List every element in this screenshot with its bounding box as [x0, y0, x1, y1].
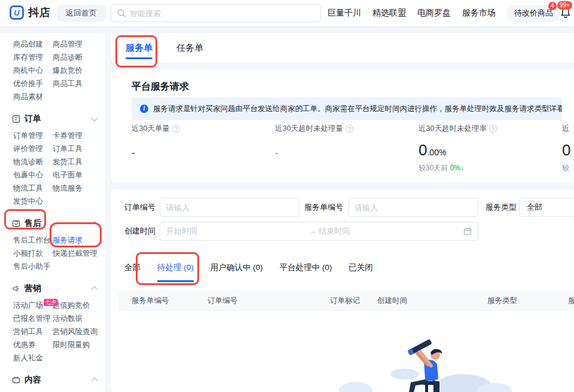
stat-30d-overdue-rate: 近30天超时未处理率? 0.00% 较30天前 0%↓	[419, 124, 497, 173]
sidebar-product-items: 商品创建 商品管理 库存管理 商品诊断 商机中心 爆款竞价 优价推手 商品工具 …	[0, 38, 105, 103]
help-icon[interactable]: ?	[172, 125, 180, 133]
empty-state-illustration	[338, 332, 517, 392]
service-type-label: 服务类型	[486, 198, 517, 217]
trend-down-arrow: ↓	[460, 164, 464, 172]
app-title: 抖店	[28, 5, 51, 20]
chevron-up-icon	[91, 221, 97, 228]
sidebar-item-order-manage[interactable]: 订单管理	[13, 129, 53, 142]
marketing-icon	[12, 284, 20, 293]
col-order-mark: 订单标记	[330, 290, 360, 311]
nav-link-luopan[interactable]: 电商罗盘	[417, 8, 451, 19]
date-range-input[interactable]: 开始时间 – 结束时间	[160, 222, 478, 241]
help-icon[interactable]: ?	[489, 125, 497, 133]
back-home-button[interactable]: 返回首页	[57, 5, 106, 22]
app-logo[interactable]: U 抖店	[10, 5, 51, 20]
sidebar-item-product-create[interactable]: 商品创建	[13, 38, 53, 51]
douyin-shop-logo-icon: U	[10, 5, 24, 20]
sidebar-item-product-manage[interactable]: 商品管理	[53, 38, 105, 51]
sidebar-item-biz-center[interactable]: 商机中心	[13, 64, 53, 77]
sidebar-item-hot-bid[interactable]: 爆款竞价	[53, 64, 105, 77]
status-tab-user-confirm[interactable]: 用户确认中 (0)	[210, 262, 263, 282]
section-title: 订单	[25, 114, 41, 124]
search-input[interactable]	[130, 9, 315, 18]
sidebar-aftersale-items: 售后工作台 服务请求 小额打款 快递拦截管理 售后小助手	[0, 234, 105, 273]
main-tabs-panel: 服务单 任务单	[111, 33, 574, 63]
sidebar-item-stock[interactable]: 库存管理	[13, 51, 53, 64]
sidebar-item-coupon-manage[interactable]: 卡券管理	[53, 129, 105, 142]
status-tabs: 全部 待处理 (0) 用户确认中 (0) 平台处理中 (0) 已关闭	[124, 262, 373, 282]
sidebar-item-marketing-tools[interactable]: 营销工具	[13, 325, 53, 338]
service-no-input[interactable]	[348, 198, 478, 217]
sidebar-item-review-manage[interactable]: 评价管理	[13, 142, 53, 155]
tab-service-order[interactable]: 服务单	[126, 33, 152, 63]
sidebar-item-diagnose[interactable]: 商品诊断	[53, 51, 105, 64]
sidebar-item-aftersale-assistant[interactable]: 售后小助手	[13, 260, 53, 273]
range-separator: –	[311, 227, 315, 236]
sidebar-item-risk-query[interactable]: 营销风险查询	[53, 325, 105, 338]
service-type-select[interactable]: 全部	[519, 198, 574, 217]
col-create-time: 创建时间	[377, 290, 407, 311]
sidebar-item-price-helper[interactable]: 优价推手	[13, 77, 53, 90]
sidebar-item-package-center[interactable]: 包裹中心	[13, 169, 53, 182]
sidebar-order-items: 订单管理 卡券管理 评价管理 订单工具 物流诊断 发货工具 包裹中心 电子面单 …	[0, 129, 105, 208]
sidebar-item-activity-square[interactable]: 活动广场七夕	[13, 299, 53, 312]
notification-badge: 99+	[557, 1, 572, 10]
sidebar-item-logistics-diagnose[interactable]: 物流诊断	[13, 155, 53, 169]
search-icon	[117, 9, 126, 17]
sidebar-item-product-tools[interactable]: 商品工具	[53, 77, 105, 90]
col-service-type: 服务类型	[487, 290, 517, 311]
order-no-input[interactable]	[160, 198, 300, 217]
order-icon	[12, 115, 20, 123]
end-time-placeholder[interactable]: 结束时间	[319, 226, 460, 237]
status-tab-closed[interactable]: 已关闭	[349, 262, 373, 282]
sidebar-item-ship-center[interactable]: 发货中心	[13, 195, 53, 208]
nav-link-jingxuan[interactable]: 精选联盟	[373, 8, 406, 19]
help-icon[interactable]: ?	[346, 125, 353, 133]
sidebar-section-marketing[interactable]: 营销	[0, 281, 105, 296]
sidebar-item-e-waybill[interactable]: 电子面单	[53, 169, 105, 182]
qixi-badge: 七夕	[44, 299, 58, 306]
info-banner: i 服务请求是针对买家问题由平台发送给商家的工单。商家需在平台规定时间内进行操作…	[132, 97, 562, 120]
sidebar-item-service-request[interactable]: 服务请求	[53, 234, 105, 247]
sidebar-item-newcomer-gift[interactable]: 新人礼金	[13, 351, 53, 365]
sidebar-item-activity-data[interactable]: 活动数据	[53, 312, 105, 325]
sidebar-item-logistics-service[interactable]: 物流服务	[53, 182, 105, 195]
stat-value: -	[275, 147, 353, 159]
service-no-label: 服务单编号	[304, 198, 343, 217]
sidebar-marketing-items: 活动广场七夕 超值购竞价 已报名管理 活动数据 营销工具 营销风险查询 优惠券 …	[0, 299, 105, 365]
sidebar-item-aftersale-workbench[interactable]: 售后工作台	[13, 234, 53, 247]
calendar-icon	[463, 227, 472, 235]
nav-link-juliang[interactable]: 巨量千川	[328, 8, 361, 19]
status-tab-all[interactable]: 全部	[124, 262, 141, 282]
sidebar-section-order[interactable]: 订单	[0, 111, 105, 127]
sidebar-item-logistics-tools[interactable]: 物流工具	[13, 182, 53, 195]
chevron-up-icon	[91, 286, 97, 293]
sidebar-item-value-bid[interactable]: 超值购竞价	[53, 299, 105, 312]
status-tab-platform-processing[interactable]: 平台处理中 (0)	[280, 262, 332, 282]
sidebar-item-small-refund[interactable]: 小额打款	[13, 247, 53, 260]
status-tab-pending[interactable]: 待处理 (0)	[157, 262, 194, 282]
section-title: 售后	[25, 218, 41, 229]
sidebar-item-intercept-manage[interactable]: 快递拦截管理	[53, 247, 105, 260]
sidebar-item-order-tools[interactable]: 订单工具	[53, 142, 105, 155]
sidebar-item-flash-sale[interactable]: 限时限量购	[53, 338, 105, 351]
start-time-placeholder[interactable]: 开始时间	[166, 226, 307, 237]
sidebar-section-content[interactable]: 内容	[0, 372, 105, 388]
sidebar-item-product-material[interactable]: 商品素材	[13, 90, 53, 103]
section-title: 营销	[25, 283, 41, 294]
sidebar-item-coupon[interactable]: 优惠券	[13, 338, 53, 351]
stat-30d-orders: 近30天单量? -	[132, 124, 180, 159]
sidebar-item-enrolled-manage[interactable]: 已报名管理	[13, 312, 53, 325]
sidebar-item-ship-tools[interactable]: 发货工具	[53, 155, 105, 169]
nav-link-market[interactable]: 服务市场	[462, 8, 496, 19]
sidebar-section-aftersale[interactable]: 售后	[0, 216, 105, 231]
stat-value: 0.00%	[419, 141, 497, 160]
page-title: 平台服务请求	[132, 81, 189, 93]
global-search[interactable]	[111, 4, 321, 22]
stat-value: -	[132, 147, 180, 159]
section-title: 内容	[25, 375, 41, 385]
tab-task-order[interactable]: 任务单	[176, 33, 203, 63]
col-clipped: 服务	[568, 290, 574, 311]
sidebar: 商品创建 商品管理 库存管理 商品诊断 商机中心 爆款竞价 优价推手 商品工具 …	[0, 33, 105, 392]
content-icon	[12, 376, 20, 384]
